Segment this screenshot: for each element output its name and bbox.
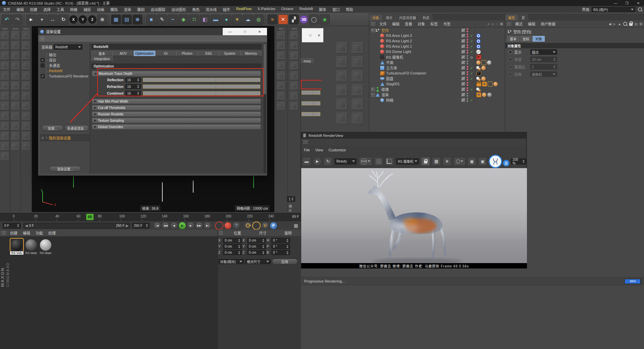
object-row[interactable]: 立方体✓: [369, 65, 505, 70]
effects-button[interactable]: 效果...: [42, 125, 63, 131]
menu-item-工具[interactable]: 工具: [54, 7, 67, 12]
toolbar-render-settings-icon[interactable]: ⊛: [132, 14, 143, 24]
mode-tool-icon[interactable]: [11, 112, 20, 120]
coord-value-field[interactable]: 0 °: [271, 244, 290, 249]
palette-icon[interactable]: [22, 122, 31, 131]
rv-image-b-icon[interactable]: ▣: [478, 157, 487, 166]
material-menu-编辑[interactable]: 编辑: [20, 230, 33, 236]
at-lock-icon[interactable]: [629, 22, 633, 26]
at-search-icon[interactable]: [623, 22, 627, 26]
om-search-icon[interactable]: ⌕: [487, 22, 489, 26]
matblack-tag[interactable]: [476, 71, 481, 76]
rscam-tag[interactable]: [476, 55, 481, 60]
trace-depth-value-field[interactable]: 16: [125, 84, 141, 89]
tree-checkbox[interactable]: [41, 63, 45, 67]
search-icon[interactable]: [638, 7, 642, 11]
close-button[interactable]: ✕: [633, 0, 644, 6]
visibility-dots[interactable]: [467, 50, 469, 54]
menu-item-脚本[interactable]: 脚本: [316, 7, 329, 12]
object-row[interactable]: 平面: [369, 60, 505, 65]
coord-size-dropdown[interactable]: 绝对尺寸: [245, 259, 271, 264]
layer-toggle[interactable]: [461, 34, 465, 38]
at-up-arrow-icon[interactable]: ▲: [618, 22, 621, 26]
drag-handle[interactable]: [506, 22, 511, 26]
trace-depth-slider[interactable]: [143, 91, 260, 95]
left-tool-icon[interactable]: [1, 61, 9, 70]
material-thumbnail[interactable]: [25, 239, 38, 251]
toolbar-move-icon[interactable]: +: [37, 14, 47, 24]
mode-tool-icon[interactable]: [11, 142, 20, 151]
toolbar-movie-capture-icon[interactable]: ▞: [289, 14, 299, 24]
expander-toggle[interactable]: +: [371, 88, 375, 91]
toolbar-pen-icon[interactable]: ✎: [157, 14, 167, 24]
drag-handle[interactable]: [278, 28, 284, 30]
prev-frame-button[interactable]: ◀: [170, 222, 178, 230]
coord-value-field[interactable]: 0 cm: [223, 244, 242, 249]
target-tag[interactable]: [476, 39, 481, 43]
view-command-icon[interactable]: [290, 82, 299, 90]
rv-region-dropdown[interactable]: ◯: [453, 157, 466, 166]
om-menu-编辑[interactable]: 编辑: [389, 21, 402, 27]
coord-value-field[interactable]: 0 °: [271, 250, 290, 255]
group-Russian Roulette[interactable]: Russian Roulette: [92, 111, 261, 117]
visibility-dots[interactable]: [467, 71, 469, 75]
layer-toggle[interactable]: [461, 87, 465, 91]
enable-toggle[interactable]: ◇: [470, 55, 475, 59]
rv-snowflake-icon[interactable]: ❄: [443, 157, 451, 166]
layout-grid-icon[interactable]: ▦: [294, 223, 298, 228]
menu-item-插件[interactable]: 插件: [220, 7, 233, 12]
mode-tool-icon[interactable]: [11, 31, 20, 40]
group-Global Overrides[interactable]: Global Overrides: [92, 124, 261, 130]
visibility-dots[interactable]: [467, 66, 469, 70]
max-trace-depth-group[interactable]: Maximum Trace Depth: [92, 71, 261, 77]
mode-tool-icon[interactable]: [11, 132, 20, 141]
toolbar-content-diamond-icon[interactable]: ◆: [320, 14, 330, 24]
maximize-button[interactable]: ❐: [621, 0, 633, 6]
enable-toggle[interactable]: ✓: [470, 98, 475, 102]
ball-tag[interactable]: [482, 93, 486, 97]
seam-command-icon[interactable]: [336, 113, 347, 124]
rv-translate-badge[interactable]: 英: [503, 160, 509, 166]
powerslider-button[interactable]: P: [270, 222, 277, 230]
matgray-tag[interactable]: [487, 60, 491, 65]
visibility-dots[interactable]: [467, 55, 469, 59]
view-command-icon[interactable]: [277, 82, 285, 90]
visibility-dots[interactable]: [467, 34, 469, 38]
goto-next-key-button[interactable]: ▶▶: [195, 222, 203, 230]
dialog-window-control[interactable]: □: [237, 28, 252, 35]
view-command-icon[interactable]: [290, 61, 299, 70]
view-command-icon[interactable]: [290, 51, 299, 60]
toolbar-rotate-icon[interactable]: ↻: [58, 14, 68, 24]
mode-tool-icon[interactable]: [11, 51, 20, 60]
play-button[interactable]: ▶: [178, 222, 186, 230]
menu-item-X-Particles[interactable]: X-Particles: [255, 7, 278, 12]
menu-item-模拟[interactable]: 模拟: [107, 7, 121, 12]
settings-tab-Integration[interactable]: Integration: [91, 56, 113, 61]
palette-icon[interactable]: [22, 41, 31, 50]
render-settings-tree-item[interactable]: ✓├TurbulenceFD Renderer: [40, 73, 90, 79]
target-tag[interactable]: [476, 44, 481, 49]
toolbar-camera-icon[interactable]: ●: [221, 14, 231, 24]
material-menu-纹理[interactable]: 纹理: [46, 230, 58, 236]
left-tool-icon[interactable]: [1, 122, 9, 131]
enable-toggle[interactable]: ✓: [470, 34, 475, 38]
settings-tab-AOV[interactable]: AOV: [113, 51, 134, 56]
coord-value-field[interactable]: 0 cm: [247, 250, 266, 255]
phong-tag[interactable]: [476, 66, 481, 70]
end-frame-field[interactable]: 250 F: [132, 223, 150, 229]
seam-command-icon[interactable]: [352, 85, 363, 96]
rv-deer-logo-icon[interactable]: [489, 155, 502, 168]
toolbar-world-grid-icon[interactable]: ◯: [309, 14, 319, 24]
visibility-dots[interactable]: [467, 98, 469, 102]
eye-tag[interactable]: [476, 92, 481, 97]
settings-tab-Memory[interactable]: Memory: [240, 51, 262, 56]
keyframe-selection-button[interactable]: [252, 221, 261, 230]
phong-tag[interactable]: [476, 77, 481, 81]
drag-handle[interactable]: [13, 28, 18, 30]
toolbar-sky-icon[interactable]: ☁: [243, 14, 253, 24]
toolbar-axis-z-icon[interactable]: Z: [88, 15, 97, 24]
rv-grid-icon[interactable]: ▦: [432, 157, 441, 166]
goto-start-button[interactable]: |◀: [153, 222, 161, 230]
menu-item-雕刻[interactable]: 雕刻: [134, 7, 148, 12]
toolbar-array-icon[interactable]: ∷: [189, 14, 199, 24]
